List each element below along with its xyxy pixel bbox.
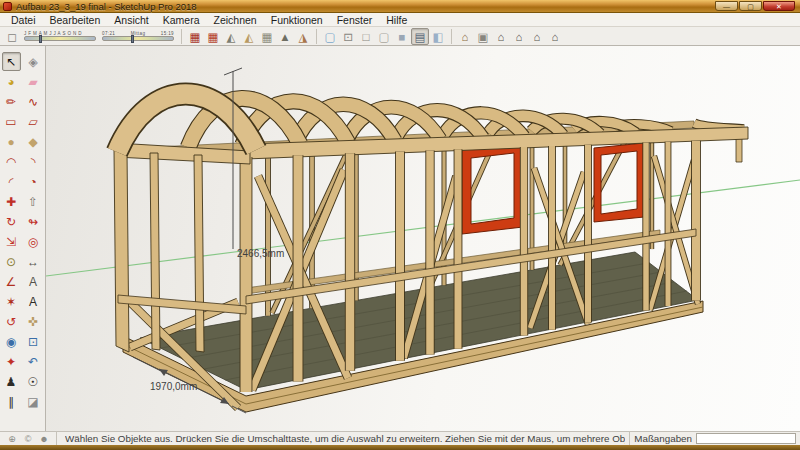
- window-frame: [0, 445, 800, 450]
- geolocation-icon[interactable]: ⊕: [4, 434, 20, 444]
- walk-tool[interactable]: ∥: [2, 392, 21, 411]
- back-view-icon[interactable]: ⌂: [546, 28, 564, 45]
- credits-icon[interactable]: ©: [20, 434, 36, 444]
- right-view-icon[interactable]: ⌂: [510, 28, 528, 45]
- paint-bucket-tool[interactable]: ◕: [2, 72, 21, 91]
- status-hint: Wählen Sie Objekte aus. Drücken Sie die …: [65, 433, 625, 444]
- menu-kamera[interactable]: Kamera: [156, 13, 207, 27]
- menu-datei[interactable]: Datei: [4, 13, 43, 27]
- axes-tool[interactable]: ✶: [2, 292, 21, 311]
- dimension-tool[interactable]: ↔: [24, 252, 43, 271]
- drape-icon[interactable]: ▦: [258, 28, 276, 45]
- textured-style-icon[interactable]: ▤: [411, 28, 429, 45]
- smoove-icon[interactable]: ◭: [222, 28, 240, 45]
- two-point-arc-tool[interactable]: ◝: [24, 152, 43, 171]
- zoom-extents-tool[interactable]: ✦: [2, 352, 21, 371]
- status-bar: ⊕©☻ Wählen Sie Objekte aus. Drücken Sie …: [0, 431, 800, 445]
- text-tool[interactable]: A: [24, 272, 43, 291]
- rotate-tool[interactable]: ↻: [2, 212, 21, 231]
- status-separator: [56, 431, 57, 446]
- from-contours-icon[interactable]: ▦: [186, 28, 204, 45]
- protractor-tool[interactable]: ∠: [2, 272, 21, 291]
- stamp-icon[interactable]: ◭: [240, 28, 258, 45]
- toolbar-separator: [181, 29, 182, 44]
- status-separator: [629, 431, 630, 446]
- left-view-icon[interactable]: ⌂: [528, 28, 546, 45]
- toolbar-separator: [451, 29, 452, 44]
- menu-funktionen[interactable]: Funktionen: [264, 13, 330, 27]
- window-title: Aufbau 23_3_19 final - SketchUp Pro 2018: [16, 1, 715, 12]
- circle-tool[interactable]: ●: [2, 132, 21, 151]
- shaded-style-icon[interactable]: ■: [393, 28, 411, 45]
- title-bar: Aufbau 23_3_19 final - SketchUp Pro 2018…: [0, 0, 800, 13]
- follow-me-tool[interactable]: ↬: [24, 212, 43, 231]
- eraser-tool[interactable]: ▰: [24, 72, 43, 91]
- front-view-icon[interactable]: ⌂: [492, 28, 510, 45]
- menu-ansicht[interactable]: Ansicht: [107, 13, 155, 27]
- model-scene[interactable]: 2466,5mm 1970,0mm: [46, 46, 800, 431]
- shadow-date-handle[interactable]: [39, 35, 42, 43]
- minimize-button[interactable]: —: [715, 1, 738, 11]
- dimension-label-height: 2466,5mm: [237, 248, 284, 259]
- three-point-arc-tool[interactable]: ◜: [2, 172, 21, 191]
- app-logo-icon: [3, 2, 12, 11]
- zoom-tool[interactable]: ◉: [2, 332, 21, 351]
- 3d-text-tool[interactable]: A: [24, 292, 43, 311]
- measurements-label: Maßangaben: [634, 433, 692, 444]
- dimension-label-width: 1970,0mm: [150, 381, 197, 392]
- move-tool[interactable]: ✚: [2, 192, 21, 211]
- sketchup-window: Aufbau 23_3_19 final - SketchUp Pro 2018…: [0, 0, 800, 450]
- iso-view-icon[interactable]: ⌂: [456, 28, 474, 45]
- shadow-date-slider[interactable]: J F M A M J J A S O N D: [24, 31, 96, 41]
- pie-tool[interactable]: ◔: [24, 172, 43, 191]
- section-plane-tool[interactable]: ◪: [24, 392, 43, 411]
- window-frame-1: [462, 144, 523, 234]
- previous-view-tool[interactable]: ↶: [24, 352, 43, 371]
- menu-zeichnen[interactable]: Zeichnen: [207, 13, 264, 27]
- main-toolbar: ◻ J F M A M J J A S O N D 07:21 Mittag 1…: [0, 27, 800, 46]
- tool-palette: ↖◈◕▰✏∿▭▱●◆◠◝◜◔✚⇧↻↬⇲◎⊙↔∠A✶A↺✜◉⊡✦↶♟☉∥◪: [0, 46, 46, 431]
- offset-tool[interactable]: ◎: [24, 232, 43, 251]
- position-camera-tool[interactable]: ♟: [2, 372, 21, 391]
- menu-hilfe[interactable]: Hilfe: [379, 13, 414, 27]
- wireframe-style-icon[interactable]: □: [357, 28, 375, 45]
- flip-edge-icon[interactable]: ◮: [294, 28, 312, 45]
- shadow-settings-icon[interactable]: ◻: [3, 28, 21, 45]
- line-tool[interactable]: ✏: [2, 92, 21, 111]
- close-button[interactable]: ✕: [763, 1, 795, 11]
- add-detail-icon[interactable]: ▲: [276, 28, 294, 45]
- look-around-tool[interactable]: ☉: [24, 372, 43, 391]
- menu-bar: DateiBearbeitenAnsichtKameraZeichnenFunk…: [0, 13, 800, 27]
- make-component-tool[interactable]: ◈: [24, 52, 43, 71]
- top-view-icon[interactable]: ▣: [474, 28, 492, 45]
- toolbar-separator: [316, 29, 317, 44]
- menu-bearbeiten[interactable]: Bearbeiten: [43, 13, 108, 27]
- sign-in-icon[interactable]: ☻: [36, 434, 52, 444]
- rotated-rectangle-tool[interactable]: ▱: [24, 112, 43, 131]
- restore-button[interactable]: ▢: [739, 1, 762, 11]
- menu-fenster[interactable]: Fenster: [330, 13, 380, 27]
- pan-tool[interactable]: ✜: [24, 312, 43, 331]
- push-pull-tool[interactable]: ⇧: [24, 192, 43, 211]
- shadow-time-track[interactable]: [102, 36, 174, 41]
- tape-measure-tool[interactable]: ⊙: [2, 252, 21, 271]
- scale-tool[interactable]: ⇲: [2, 232, 21, 251]
- model-viewport[interactable]: 2466,5mm 1970,0mm: [46, 46, 800, 431]
- hidden-line-style-icon[interactable]: ▢: [375, 28, 393, 45]
- freehand-tool[interactable]: ∿: [24, 92, 43, 111]
- zoom-window-tool[interactable]: ⊡: [24, 332, 43, 351]
- rectangle-tool[interactable]: ▭: [2, 112, 21, 131]
- arc-tool[interactable]: ◠: [2, 152, 21, 171]
- measurements-input[interactable]: [696, 433, 796, 444]
- shadow-time-handle[interactable]: [131, 35, 134, 43]
- monochrome-style-icon[interactable]: ◧: [429, 28, 447, 45]
- select-tool[interactable]: ↖: [2, 52, 21, 71]
- x-ray-style-icon[interactable]: ▢: [321, 28, 339, 45]
- polygon-tool[interactable]: ◆: [24, 132, 43, 151]
- back-edges-style-icon[interactable]: ⊡: [339, 28, 357, 45]
- from-scratch-icon[interactable]: ▦: [204, 28, 222, 45]
- shadow-time-slider[interactable]: 07:21 Mittag 15:19: [102, 31, 174, 41]
- orbit-tool[interactable]: ↺: [2, 312, 21, 331]
- shadow-date-track[interactable]: [24, 36, 96, 41]
